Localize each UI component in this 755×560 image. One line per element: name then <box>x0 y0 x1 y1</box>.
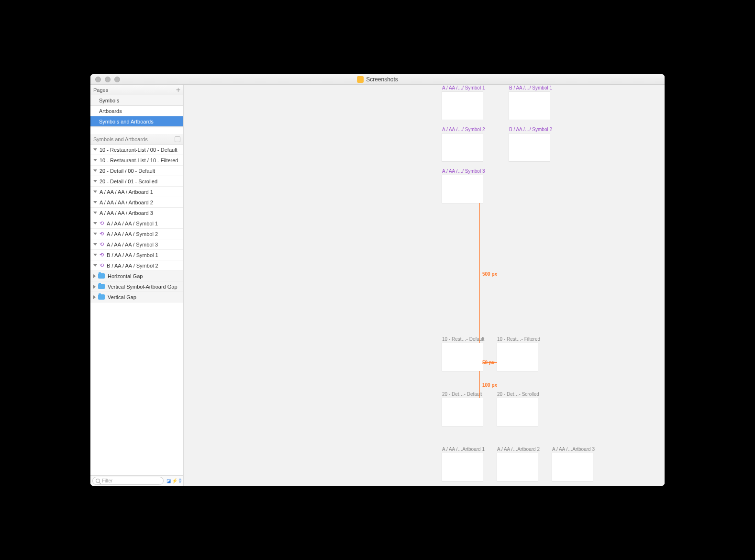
chevron-down-icon[interactable] <box>93 148 97 151</box>
layer-label: B / AA / AA / Symbol 2 <box>107 263 158 269</box>
traffic-lights <box>90 77 120 82</box>
chevron-down-icon[interactable] <box>93 243 97 246</box>
layer-list[interactable]: 10 - Restaurant-List / 00 - Default10 - … <box>90 145 183 475</box>
canvas-artboard[interactable]: A / AA /…Artboard 2 <box>497 453 538 481</box>
chevron-right-icon[interactable] <box>93 295 96 299</box>
symbol-icon: ⟲ <box>100 252 104 258</box>
folder-icon <box>98 294 105 300</box>
artboard-label[interactable]: A / AA /…/ Symbol 3 <box>442 168 485 174</box>
titlebar[interactable]: Screenshots <box>90 74 665 85</box>
chevron-down-icon[interactable] <box>93 233 97 235</box>
artboard-label[interactable]: B / AA /…/ Symbol 2 <box>509 127 552 132</box>
symbol-icon: ⟲ <box>100 241 104 247</box>
chevron-right-icon[interactable] <box>93 285 96 289</box>
filter-placeholder: Filter <box>102 478 112 483</box>
sidebar: Pages + SymbolsArtboardsSymbols and Artb… <box>90 85 184 486</box>
layer-row[interactable]: Vertical Symbol-Artboard Gap <box>90 281 183 292</box>
knife-icon: ⚡ <box>172 478 178 483</box>
layer-row[interactable]: ⟲A / AA / AA / Symbol 1 <box>90 218 183 229</box>
layer-label: A / AA / AA / Artboard 2 <box>100 200 153 205</box>
document-icon <box>357 76 364 83</box>
page-row[interactable]: Artboards <box>90 106 183 116</box>
layer-label: A / AA / AA / Artboard 3 <box>100 210 153 216</box>
layer-row[interactable]: 20 - Detail / 00 - Default <box>90 166 183 176</box>
export-badge[interactable]: ◪ ⚡ 0 <box>167 478 181 483</box>
layer-label: Vertical Gap <box>108 294 136 300</box>
folder-icon <box>98 273 105 279</box>
badge-count: 0 <box>178 478 181 483</box>
filter-input[interactable]: Filter <box>92 477 164 485</box>
chevron-right-icon[interactable] <box>93 274 96 278</box>
canvas-artboard[interactable]: 10 - Rest…- Default <box>442 343 483 371</box>
canvas-symbol[interactable]: B / AA /…/ Symbol 2 <box>509 134 550 161</box>
layer-row[interactable]: Horizontal Gap <box>90 271 183 281</box>
sidebar-footer: Filter ◪ ⚡ 0 <box>90 475 183 486</box>
canvas-symbol[interactable]: B / AA /…/ Symbol 1 <box>509 92 550 120</box>
close-button[interactable] <box>95 77 101 82</box>
chevron-down-icon[interactable] <box>93 169 97 172</box>
canvas-symbol[interactable]: A / AA /…/ Symbol 3 <box>442 175 483 203</box>
chevron-down-icon[interactable] <box>93 212 97 214</box>
chevron-down-icon[interactable] <box>93 159 97 161</box>
chevron-down-icon[interactable] <box>93 190 97 193</box>
canvas-artboard[interactable]: 20 - Det…- Scrolled <box>497 398 538 426</box>
layer-label: 10 - Restaurant-List / 00 - Default <box>100 147 178 153</box>
layer-label: 20 - Detail / 01 - Scrolled <box>100 179 157 184</box>
canvas-artboard[interactable]: A / AA /…Artboard 1 <box>442 453 483 481</box>
pages-label: Pages <box>93 87 108 93</box>
layer-label: B / AA / AA / Symbol 1 <box>107 252 158 258</box>
layer-row[interactable]: ⟲B / AA / AA / Symbol 2 <box>90 260 183 271</box>
measurement-line <box>479 371 480 398</box>
measurement-label: 500 px <box>482 271 497 277</box>
chevron-down-icon[interactable] <box>93 264 97 267</box>
layer-row[interactable]: A / AA / AA / Artboard 2 <box>90 197 183 208</box>
folder-icon <box>98 284 105 289</box>
canvas-symbol[interactable]: A / AA /…/ Symbol 1 <box>442 92 483 120</box>
window-title-text: Screenshots <box>366 76 398 83</box>
window-title: Screenshots <box>357 76 398 83</box>
symbol-icon: ⟲ <box>100 220 104 226</box>
zoom-button[interactable] <box>114 77 120 82</box>
layer-row[interactable]: ⟲A / AA / AA / Symbol 3 <box>90 239 183 250</box>
artboard-label[interactable]: A / AA /…Artboard 1 <box>442 447 485 452</box>
layer-row[interactable]: A / AA / AA / Artboard 3 <box>90 208 183 218</box>
chevron-down-icon[interactable] <box>93 180 97 182</box>
layer-row[interactable]: A / AA / AA / Artboard 1 <box>90 187 183 197</box>
toggle-artboard-list-icon[interactable] <box>175 136 180 142</box>
chevron-down-icon[interactable] <box>93 201 97 203</box>
layer-row[interactable]: ⟲B / AA / AA / Symbol 1 <box>90 250 183 260</box>
pages-list: SymbolsArtboardsSymbols and Artboards <box>90 95 183 127</box>
artboard-label[interactable]: A / AA /…/ Symbol 1 <box>442 85 485 90</box>
artboard-label[interactable]: A / AA /…/ Symbol 2 <box>442 127 485 132</box>
layer-label: A / AA / AA / Symbol 2 <box>107 231 158 237</box>
chevron-down-icon[interactable] <box>93 222 97 224</box>
layer-row[interactable]: Vertical Gap <box>90 292 183 302</box>
layer-row[interactable]: 10 - Restaurant-List / 10 - Filtered <box>90 155 183 166</box>
layer-row[interactable]: 20 - Detail / 01 - Scrolled <box>90 176 183 187</box>
artboard-label[interactable]: 20 - Det…- Default <box>442 392 482 397</box>
layer-label: A / AA / AA / Symbol 1 <box>107 221 158 226</box>
chevron-down-icon[interactable] <box>93 254 97 256</box>
artboard-label[interactable]: 20 - Det…- Scrolled <box>497 392 539 397</box>
artboard-label[interactable]: 10 - Rest…- Filtered <box>497 336 540 342</box>
artboard-label[interactable]: B / AA /…/ Symbol 1 <box>509 85 552 90</box>
canvas-artboard[interactable]: A / AA /…Artboard 3 <box>552 453 593 481</box>
page-row[interactable]: Symbols <box>90 95 183 106</box>
layer-label: A / AA / AA / Artboard 1 <box>100 189 153 195</box>
artboard-label[interactable]: 10 - Rest…- Default <box>442 336 484 342</box>
content: Pages + SymbolsArtboardsSymbols and Artb… <box>90 85 665 486</box>
canvas-symbol[interactable]: A / AA /…/ Symbol 2 <box>442 134 483 161</box>
add-page-button[interactable]: + <box>176 87 180 93</box>
layer-row[interactable]: 10 - Restaurant-List / 00 - Default <box>90 145 183 155</box>
slice-icon: ◪ <box>167 478 171 483</box>
layer-row[interactable]: ⟲A / AA / AA / Symbol 2 <box>90 229 183 239</box>
minimize-button[interactable] <box>105 77 111 82</box>
artboard-label[interactable]: A / AA /…Artboard 2 <box>497 447 540 452</box>
symbol-icon: ⟲ <box>100 262 104 269</box>
canvas-artboard[interactable]: 10 - Rest…- Filtered <box>497 343 538 371</box>
canvas-artboard[interactable]: 20 - Det…- Default <box>442 398 483 426</box>
page-row[interactable]: Symbols and Artboards <box>90 116 183 127</box>
canvas[interactable]: A / AA /…/ Symbol 1B / AA /…/ Symbol 1A … <box>184 85 665 486</box>
artboard-label[interactable]: A / AA /…Artboard 3 <box>552 447 595 452</box>
search-icon <box>96 479 100 483</box>
